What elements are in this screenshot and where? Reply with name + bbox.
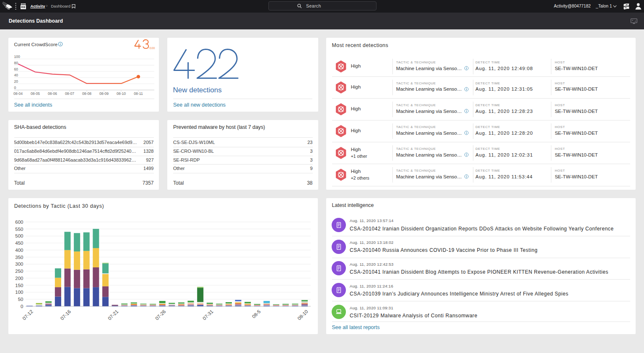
svg-text:08-11: 08-11 <box>134 92 143 96</box>
svg-text:/100: /100 <box>149 46 155 50</box>
svg-text:08-04: 08-04 <box>13 92 23 96</box>
svg-text:08-06: 08-06 <box>48 92 57 96</box>
svg-text:0: 0 <box>21 303 23 309</box>
svg-text:08-05: 08-05 <box>31 92 40 96</box>
svg-text:08-10: 08-10 <box>296 309 309 321</box>
svg-text:07-21: 07-21 <box>107 309 119 321</box>
svg-text:07-12: 07-12 <box>21 309 34 321</box>
svg-text:150: 150 <box>15 282 23 288</box>
svg-text:07-16: 07-16 <box>60 309 72 321</box>
svg-text:250: 250 <box>15 269 23 274</box>
svg-text:200: 200 <box>15 275 23 280</box>
svg-text:50: 50 <box>18 297 23 302</box>
svg-text:450: 450 <box>15 241 23 246</box>
svg-text:20: 20 <box>14 79 18 84</box>
svg-text:08-07: 08-07 <box>65 92 74 96</box>
svg-text:550: 550 <box>15 226 23 231</box>
svg-text:400: 400 <box>15 247 23 252</box>
svg-text:600: 600 <box>15 219 23 224</box>
svg-text:08-5: 08-5 <box>251 309 262 319</box>
svg-text:100: 100 <box>15 290 23 295</box>
svg-text:300: 300 <box>15 261 23 267</box>
svg-text:07-31: 07-31 <box>202 309 214 321</box>
svg-text:0: 0 <box>14 86 16 90</box>
svg-text:350: 350 <box>15 254 23 259</box>
svg-text:60: 60 <box>14 67 18 71</box>
svg-text:100: 100 <box>14 55 21 59</box>
svg-text:08-08: 08-08 <box>82 92 91 96</box>
svg-text:08-10: 08-10 <box>117 92 126 96</box>
svg-text:500: 500 <box>15 233 23 238</box>
svg-text:07-26: 07-26 <box>154 309 167 321</box>
svg-text:08-09: 08-09 <box>99 92 109 96</box>
svg-text:80: 80 <box>14 61 18 65</box>
svg-text:40: 40 <box>14 73 18 77</box>
